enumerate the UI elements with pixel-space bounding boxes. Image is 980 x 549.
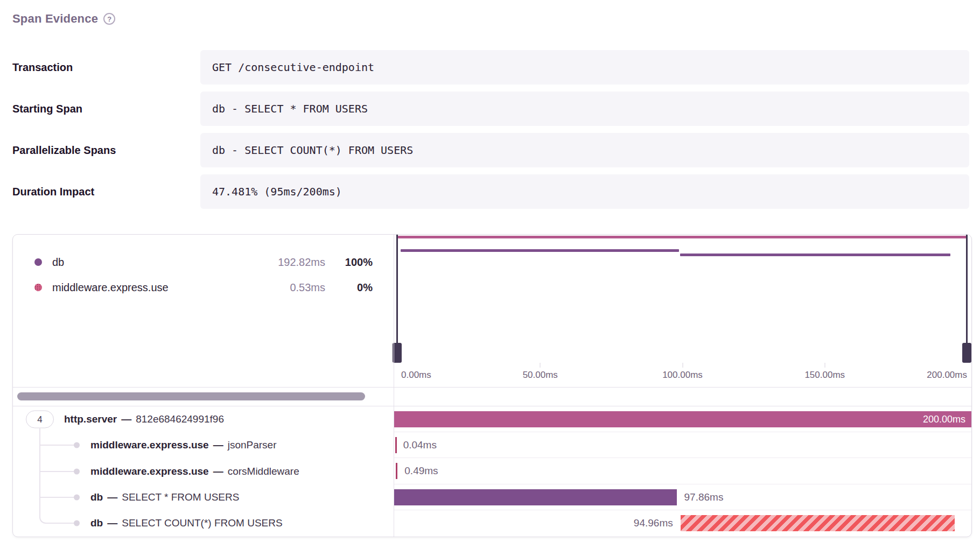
starting-span-value: db - SELECT * FROM USERS bbox=[200, 92, 969, 126]
duration-impact-label: Duration Impact bbox=[12, 186, 200, 198]
span-op: middleware.express.use bbox=[90, 466, 209, 477]
parallelizable-spans-label: Parallelizable Spans bbox=[12, 144, 200, 157]
duration-value: 0.04ms bbox=[403, 437, 437, 453]
span-tree: 4 http.server — 812e684624991f96 200.00m… bbox=[13, 406, 971, 536]
duration-bar-http-server[interactable]: 200.00ms bbox=[394, 411, 971, 427]
axis-label-150ms: 150.00ms bbox=[804, 370, 845, 381]
span-op: http.server bbox=[64, 413, 117, 425]
axis-tick-mark bbox=[540, 363, 541, 368]
time-axis: 0.00ms 50.00ms 100.00ms 150.00ms 200.00m… bbox=[394, 363, 971, 387]
minimap bbox=[394, 235, 971, 363]
legend-row-db[interactable]: db 192.82ms 100% bbox=[34, 252, 373, 272]
minimap-span-http-server bbox=[398, 236, 967, 238]
band-divider bbox=[13, 387, 971, 388]
span-description: corsMiddleware bbox=[228, 466, 299, 477]
span-op: db bbox=[90, 517, 103, 529]
minimap-left-bound-line bbox=[396, 235, 398, 355]
evidence-row-starting-span: Starting Span db - SELECT * FROM USERS bbox=[12, 92, 969, 126]
separator-dash: — bbox=[121, 413, 131, 425]
legend-duration: 192.82ms bbox=[278, 256, 325, 269]
axis-label-0ms: 0.00ms bbox=[401, 370, 431, 381]
tree-node-dot-icon bbox=[74, 468, 80, 474]
duration-value: 0.49ms bbox=[404, 463, 438, 479]
span-row-jsonparser[interactable]: middleware.express.use — jsonParser 0.04… bbox=[13, 432, 971, 458]
axis-tick-mark bbox=[824, 363, 825, 368]
duration-bar-jsonparser[interactable] bbox=[395, 437, 397, 453]
pane-divider bbox=[394, 235, 394, 537]
span-description: SELECT COUNT(*) FROM USERS bbox=[122, 517, 282, 529]
axis-tick-mark bbox=[682, 363, 683, 368]
separator-dash: — bbox=[107, 517, 117, 529]
span-op: middleware.express.use bbox=[90, 439, 209, 451]
span-row-http-server[interactable]: 4 http.server — 812e684624991f96 200.00m… bbox=[13, 406, 971, 432]
separator-dash: — bbox=[107, 491, 117, 503]
span-description: jsonParser bbox=[228, 439, 277, 451]
tree-node-dot-icon bbox=[74, 520, 80, 526]
legend-percent: 100% bbox=[325, 256, 373, 269]
span-row-db-count[interactable]: db — SELECT COUNT(*) FROM USERS 94.96ms bbox=[13, 510, 971, 536]
span-waterfall-panel: db 192.82ms 100% middleware.express.use … bbox=[12, 234, 972, 537]
legend-row-middleware[interactable]: middleware.express.use 0.53ms 0% bbox=[34, 278, 373, 297]
separator-dash: — bbox=[213, 466, 223, 477]
horizontal-scrollbar-thumb[interactable] bbox=[17, 392, 365, 400]
evidence-row-duration-impact: Duration Impact 47.481% (95ms/200ms) bbox=[12, 174, 969, 209]
transaction-value: GET /consecutive-endpoint bbox=[200, 50, 969, 85]
duration-bar-db-count-parallelizable[interactable] bbox=[681, 515, 955, 531]
duration-bar-db-select[interactable] bbox=[394, 489, 677, 505]
duration-value: 200.00ms bbox=[923, 411, 965, 427]
starting-span-label: Starting Span bbox=[12, 103, 200, 115]
legend-name: middleware.express.use bbox=[52, 281, 169, 294]
duration-value: 94.96ms bbox=[634, 515, 673, 531]
duration-value: 97.86ms bbox=[684, 489, 724, 505]
page-header: Span Evidence ? bbox=[12, 12, 115, 26]
span-row-db-select[interactable]: db — SELECT * FROM USERS 97.86ms bbox=[13, 484, 971, 510]
minimap-span-db-select bbox=[401, 249, 679, 252]
transaction-label: Transaction bbox=[12, 61, 200, 74]
axis-label-50ms: 50.00ms bbox=[523, 370, 558, 381]
span-evidence-page: Span Evidence ? Transaction GET /consecu… bbox=[0, 0, 980, 549]
span-row-corsmiddleware[interactable]: middleware.express.use — corsMiddleware … bbox=[13, 458, 971, 484]
legend-duration: 0.53ms bbox=[290, 281, 325, 294]
minimap-span-db-count bbox=[680, 254, 950, 256]
separator-dash: — bbox=[213, 439, 223, 451]
tree-node-dot-icon bbox=[74, 442, 80, 448]
duration-bar-corsmiddleware[interactable] bbox=[396, 463, 397, 479]
axis-label-200ms: 200.00ms bbox=[927, 370, 967, 381]
evidence-row-parallelizable-spans: Parallelizable Spans db - SELECT COUNT(*… bbox=[12, 133, 969, 167]
span-op: db bbox=[90, 491, 103, 503]
minimap-right-drag-handle[interactable] bbox=[962, 343, 971, 363]
span-description: SELECT * FROM USERS bbox=[122, 491, 239, 503]
page-title: Span Evidence bbox=[12, 12, 98, 26]
help-icon[interactable]: ? bbox=[103, 13, 115, 25]
minimap-track bbox=[398, 235, 967, 363]
parallelizable-spans-value: db - SELECT COUNT(*) FROM USERS bbox=[200, 133, 969, 167]
duration-impact-value: 47.481% (95ms/200ms) bbox=[200, 174, 969, 209]
minimap-right-bound-line bbox=[966, 235, 968, 355]
middleware-legend-dot-icon bbox=[34, 284, 42, 291]
evidence-row-transaction: Transaction GET /consecutive-endpoint bbox=[12, 50, 969, 85]
legend-name: db bbox=[52, 256, 64, 269]
tree-node-dot-icon bbox=[74, 494, 80, 500]
db-legend-dot-icon bbox=[34, 258, 42, 266]
legend-percent: 0% bbox=[325, 281, 373, 294]
children-count-pill[interactable]: 4 bbox=[26, 411, 54, 428]
span-description: 812e684624991f96 bbox=[136, 413, 224, 425]
axis-label-100ms: 100.00ms bbox=[662, 370, 703, 381]
